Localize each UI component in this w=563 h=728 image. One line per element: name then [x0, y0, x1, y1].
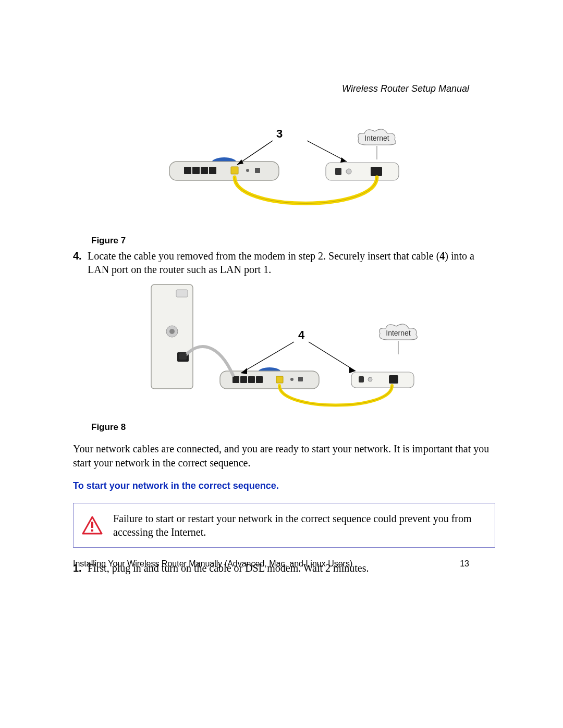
- svg-point-3: [346, 169, 351, 174]
- svg-rect-2: [335, 168, 341, 175]
- internet-label: Internet: [364, 134, 389, 142]
- svg-rect-37: [179, 353, 187, 360]
- callout-3: 3: [276, 127, 283, 140]
- warning-text: Failure to start or restart your network…: [113, 512, 485, 539]
- figure-8-caption: Figure 8: [91, 422, 495, 433]
- subheading: To start your network in the correct seq…: [73, 480, 495, 491]
- figure-7-block: Internet: [73, 126, 495, 246]
- svg-rect-44: [91, 529, 93, 532]
- svg-rect-30: [232, 376, 239, 383]
- svg-line-14: [237, 141, 273, 165]
- svg-rect-9: [201, 167, 208, 174]
- figure-8-image: Internet: [91, 281, 495, 417]
- svg-rect-13: [255, 168, 260, 173]
- svg-marker-17: [340, 157, 347, 163]
- svg-rect-10: [209, 167, 216, 174]
- footer-chapter: Installing Your Wireless Router Manually…: [73, 559, 352, 569]
- svg-rect-8: [192, 167, 200, 174]
- svg-rect-19: [176, 290, 188, 297]
- svg-rect-7: [184, 167, 191, 174]
- svg-point-12: [246, 169, 249, 172]
- step-4-text: Locate the cable you removed from the mo…: [88, 249, 489, 276]
- svg-line-16: [307, 141, 347, 162]
- step-4: 4.Locate the cable you removed from the …: [73, 249, 495, 276]
- svg-rect-36: [298, 377, 303, 381]
- svg-rect-33: [256, 376, 263, 383]
- svg-rect-4: [371, 167, 382, 176]
- svg-rect-34: [276, 376, 283, 383]
- svg-rect-43: [91, 522, 93, 528]
- callout-4: 4: [298, 328, 305, 341]
- svg-rect-25: [359, 376, 364, 382]
- svg-point-26: [368, 377, 372, 381]
- page: Wireless Router Setup Manual Internet: [0, 0, 563, 728]
- svg-point-35: [290, 378, 293, 381]
- body-paragraph: Your network cables are connected, and y…: [73, 442, 495, 470]
- figure-7-image: Internet: [73, 126, 495, 230]
- svg-rect-31: [240, 376, 247, 383]
- warning-icon: [81, 516, 104, 535]
- footer-page-number: 13: [460, 559, 469, 569]
- page-footer: Installing Your Wireless Router Manually…: [73, 559, 469, 569]
- figure-7-caption: Figure 7: [91, 236, 495, 246]
- warning-box: Failure to start or restart your network…: [73, 503, 495, 548]
- svg-point-21: [169, 329, 175, 334]
- svg-rect-11: [231, 167, 238, 174]
- svg-rect-27: [389, 375, 398, 384]
- internet-label-2: Internet: [386, 329, 411, 337]
- svg-line-40: [309, 342, 356, 371]
- figure-8-block: Internet: [73, 281, 495, 433]
- svg-rect-32: [248, 376, 255, 383]
- running-header: Wireless Router Setup Manual: [342, 83, 469, 94]
- step-4-number: 4.: [73, 249, 88, 263]
